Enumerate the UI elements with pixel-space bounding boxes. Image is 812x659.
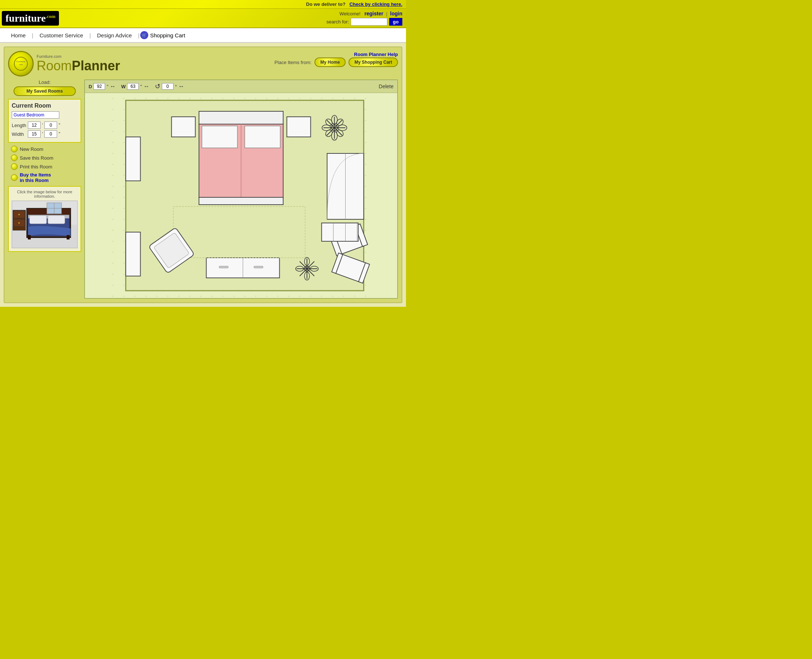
width-label: Width (12, 131, 26, 137)
length-row: Length ' " (12, 121, 77, 129)
header: furniture.com Welcome! register | login … (0, 9, 406, 28)
planner-body: Load: My Saved Rooms Current Room Length… (8, 79, 398, 299)
length-in-input[interactable] (44, 121, 57, 129)
save-room-item[interactable]: Save this Room (11, 155, 81, 161)
svg-text:Furniture: Furniture (16, 60, 26, 63)
nav-bar: Home | Customer Service | Design Advice … (0, 28, 406, 43)
bottom-bar (0, 307, 406, 318)
planner-logo: Furniture .com Furniture.com RoomPlanner (8, 51, 120, 77)
planner-logo-circle: Furniture .com (8, 51, 34, 77)
svg-rect-33 (287, 117, 311, 137)
my-home-button[interactable]: My Home (314, 57, 345, 67)
bed-svg (12, 201, 77, 248)
room-name-input[interactable] (12, 111, 59, 118)
save-room-bullet (11, 155, 17, 161)
svg-rect-31 (199, 197, 283, 205)
width-sep: ' (42, 131, 43, 137)
svg-point-9 (18, 214, 20, 215)
logo: furniture.com (2, 11, 59, 26)
nav-design-advice[interactable]: Design Advice (91, 32, 137, 38)
svg-rect-49 (126, 137, 140, 181)
svg-rect-16 (48, 216, 65, 224)
my-cart-button[interactable]: My Shopping Cart (348, 57, 398, 67)
saved-rooms-button[interactable]: My Saved Rooms (14, 87, 76, 96)
current-room-title: Current Room (12, 102, 77, 109)
login-link[interactable]: login (390, 11, 402, 16)
left-panel: Load: My Saved Rooms Current Room Length… (8, 79, 81, 299)
length-ft-input[interactable] (28, 121, 41, 129)
place-items-row: Place Items from: My Home My Shopping Ca… (274, 57, 398, 67)
svg-rect-50 (126, 232, 140, 276)
svg-text:.com: .com (19, 63, 23, 66)
nav-sep-3: | (138, 32, 139, 38)
nav-shopping-cart[interactable]: 🛒 Shopping Cart (140, 31, 185, 39)
room-floor[interactable] (85, 93, 397, 298)
room-planner-help-link[interactable]: Room Planner Help (354, 52, 398, 57)
nav-customer-service[interactable]: Customer Service (34, 32, 88, 38)
length-sep: ' (42, 123, 43, 128)
width-in-input[interactable] (44, 130, 57, 138)
welcome-row: Welcome! register | login (326, 11, 402, 16)
new-room-bullet (11, 146, 17, 152)
width-ctrl-unit: " (140, 84, 142, 89)
room-canvas-area: D " ↔ W " ↔ ↺ ° ↔ (84, 79, 398, 299)
width-ctrl-label: W (121, 84, 126, 89)
width-row: Width ' " (12, 130, 77, 138)
depth-control: D " ↔ (88, 83, 116, 90)
buy-items-bullet (11, 174, 17, 181)
rotate-icon[interactable]: ↺ (155, 82, 160, 90)
room-planner-wrapper: Furniture .com Furniture.com RoomPlanner… (4, 46, 402, 303)
rotate-unit: ° (175, 84, 177, 89)
planner-help-area: Room Planner Help Place Items from: My H… (274, 51, 398, 69)
svg-rect-18 (67, 235, 69, 240)
main-content: Furniture .com Furniture.com RoomPlanner… (0, 43, 406, 307)
delivery-bar: Do we deliver to? Check by clicking here… (0, 0, 406, 9)
nav-sep-2: | (89, 32, 91, 38)
svg-rect-73 (322, 223, 358, 241)
rotate-input[interactable] (162, 83, 173, 90)
register-link[interactable]: register (365, 11, 383, 16)
rotate-arrow: ↔ (178, 83, 184, 90)
depth-arrow: ↔ (110, 83, 116, 90)
place-items-label: Place Items from: (274, 60, 312, 65)
nav-home[interactable]: Home (5, 32, 31, 38)
print-room-item[interactable]: Print this Room (11, 163, 81, 170)
width-ctrl-input[interactable] (127, 83, 139, 90)
width-arrow: ↔ (143, 83, 149, 90)
svg-rect-54 (254, 266, 263, 268)
load-label: Load: (39, 79, 51, 85)
logo-text: furniture.com (5, 13, 55, 24)
svg-rect-15 (30, 216, 46, 224)
search-label: search for: (326, 19, 349, 25)
planner-title: Furniture.com RoomPlanner (36, 54, 120, 73)
welcome-text: Welcome! (339, 11, 361, 16)
preview-box: Click the image below for more informati… (8, 186, 81, 252)
width-unit: " (58, 131, 60, 137)
planner-room-word: Room (36, 58, 72, 73)
new-room-label: New Room (20, 147, 43, 152)
search-input[interactable] (351, 18, 387, 26)
buy-items-item[interactable]: Buy the Itemsin this Room (11, 172, 81, 183)
planner-planner-word: Planner (72, 58, 120, 73)
print-room-bullet (11, 163, 17, 170)
preview-image[interactable] (12, 201, 77, 248)
current-room-box: Current Room Length ' " Width ' (8, 99, 81, 143)
buy-items-label: Buy the Itemsin this Room (20, 172, 51, 183)
delivery-link[interactable]: Check by clicking here. (349, 2, 402, 7)
delete-button[interactable]: Delete (379, 84, 394, 89)
header-right: Welcome! register | login search for: go (326, 11, 402, 26)
new-room-item[interactable]: New Room (11, 146, 81, 152)
rotate-control: ↺ ° ↔ (155, 82, 184, 90)
svg-rect-32 (172, 117, 196, 137)
cart-label: Shopping Cart (150, 32, 185, 38)
go-button[interactable]: go (389, 18, 402, 26)
width-ft-input[interactable] (28, 130, 41, 138)
room-floor-svg (85, 93, 397, 298)
nav-separator: | (386, 11, 387, 16)
length-unit: " (58, 123, 60, 128)
search-row: search for: go (326, 18, 402, 26)
depth-unit: " (107, 84, 108, 89)
depth-input[interactable] (93, 83, 105, 90)
length-label: Length (12, 123, 26, 128)
svg-rect-53 (219, 266, 229, 268)
